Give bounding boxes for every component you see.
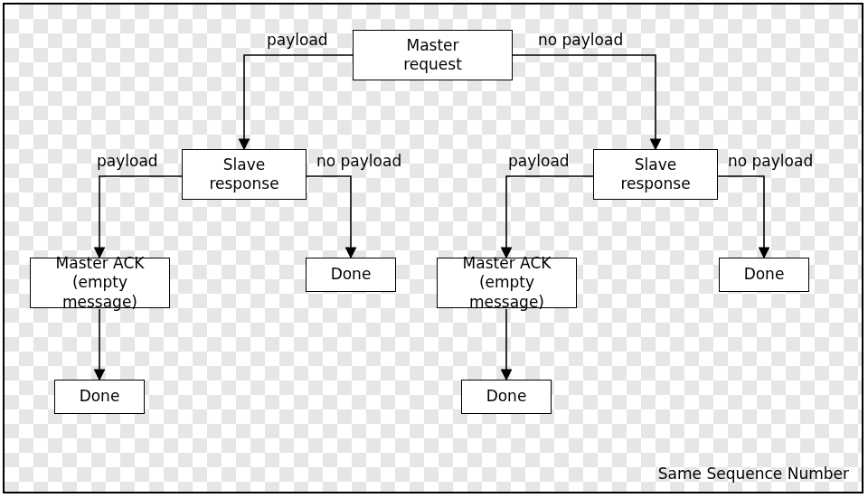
edge-label-mid-left-right: no payload (316, 152, 401, 170)
node-master-ack-right: Master ACK (empty message) (437, 258, 577, 308)
node-done-bottom-right: Done (461, 380, 552, 414)
node-slave-response-left: Slave response (182, 149, 307, 200)
edge-label-mid-right-left: payload (508, 152, 570, 170)
node-slave-response-right: Slave response (593, 149, 718, 200)
node-done-top-right: Done (719, 258, 809, 292)
edge-label-top-right: no payload (538, 31, 623, 49)
edge-label-top-left: payload (267, 31, 328, 49)
edge-label-mid-left-left: payload (97, 152, 158, 170)
node-master-request: Master request (353, 30, 513, 80)
node-done-bottom-left: Done (54, 380, 145, 414)
edge-label-mid-right-right: no payload (728, 152, 813, 170)
diagram-frame: Master request Slave response Slave resp… (3, 3, 863, 493)
node-done-top-left: Done (306, 258, 396, 292)
footer-caption: Same Sequence Number (658, 465, 849, 483)
node-master-ack-left: Master ACK (empty message) (30, 258, 170, 308)
